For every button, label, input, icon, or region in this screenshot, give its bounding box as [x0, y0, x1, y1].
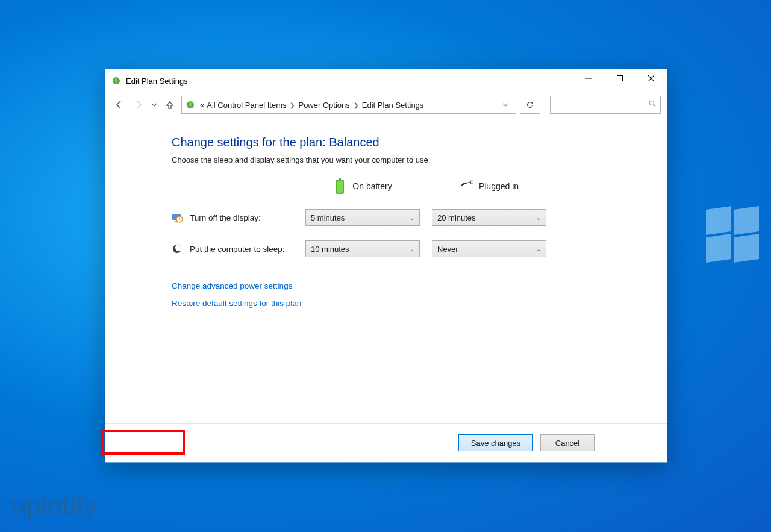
display-timer-icon: [172, 212, 183, 223]
display-battery-value: 5 minutes: [311, 213, 345, 222]
chevron-down-icon: ⌄: [410, 214, 414, 221]
svg-rect-15: [470, 183, 473, 184]
display-plugged-value: 20 minutes: [437, 213, 476, 222]
sleep-plugged-value: Never: [437, 245, 458, 254]
sleep-plugged-select[interactable]: Never ⌄: [432, 240, 546, 257]
chevron-down-icon: ⌄: [536, 246, 541, 252]
power-plan-icon: [186, 100, 195, 110]
breadcrumb-prefix: «: [200, 101, 204, 110]
svg-rect-4: [617, 76, 623, 81]
svg-rect-13: [337, 181, 343, 193]
search-icon: [649, 99, 657, 110]
display-plugged-select[interactable]: 20 minutes ⌄: [432, 209, 546, 226]
chevron-down-icon: ⌄: [410, 246, 414, 252]
window-title: Edit Plan Settings: [126, 77, 573, 86]
breadcrumb-item-edit-plan[interactable]: Edit Plan Settings: [362, 101, 424, 110]
recent-locations-button[interactable]: [150, 97, 158, 113]
svg-line-10: [654, 105, 655, 107]
button-row: Save changes Cancel: [105, 424, 667, 462]
link-restore-defaults[interactable]: Restore default settings for this plan: [172, 299, 667, 308]
breadcrumb-item-control-panel[interactable]: All Control Panel Items: [207, 101, 286, 110]
svg-rect-11: [339, 178, 341, 180]
chevron-right-icon[interactable]: ❯: [290, 102, 295, 108]
maximize-button[interactable]: [604, 69, 635, 87]
breadcrumb-item-power-options[interactable]: Power Options: [298, 101, 349, 110]
chevron-down-icon: ⌄: [536, 214, 541, 221]
address-bar[interactable]: « All Control Panel Items ❯ Power Option…: [181, 96, 516, 114]
svg-point-9: [649, 101, 654, 105]
battery-icon: [333, 178, 346, 195]
back-button[interactable]: [111, 97, 127, 113]
column-header-plugged: Plugged in: [479, 181, 519, 191]
refresh-button[interactable]: [520, 96, 540, 114]
page-heading: Change settings for the plan: Balanced: [172, 136, 667, 149]
navigation-toolbar: « All Control Panel Items ❯ Power Option…: [105, 92, 667, 117]
svg-rect-8: [189, 102, 192, 107]
search-input[interactable]: [550, 96, 661, 114]
page-subtitle: Choose the sleep and display settings th…: [172, 155, 667, 164]
row-label-sleep: Put the computer to sleep:: [190, 245, 285, 254]
minimize-button[interactable]: [573, 69, 604, 87]
edit-plan-settings-window: Edit Plan Settings: [105, 69, 667, 463]
content-area: Change settings for the plan: Balanced C…: [105, 117, 667, 411]
save-button-highlight: [101, 430, 185, 455]
display-battery-select[interactable]: 5 minutes ⌄: [305, 209, 420, 226]
forward-button[interactable]: [131, 97, 146, 113]
up-button[interactable]: [162, 97, 178, 113]
chevron-right-icon[interactable]: ❯: [354, 102, 358, 108]
svg-rect-14: [470, 181, 473, 182]
close-button[interactable]: [635, 69, 667, 87]
svg-rect-2: [116, 77, 117, 78]
plug-icon: [460, 178, 473, 195]
cancel-button[interactable]: Cancel: [540, 434, 595, 451]
column-header-battery: On battery: [352, 181, 392, 191]
sleep-moon-icon: [172, 243, 183, 254]
row-label-display: Turn off the display:: [190, 213, 261, 222]
sleep-battery-value: 10 minutes: [311, 245, 349, 254]
svg-rect-1: [115, 78, 117, 83]
windows-logo-icon: [706, 208, 760, 262]
sleep-battery-select[interactable]: 10 minutes ⌄: [305, 240, 420, 257]
address-dropdown-button[interactable]: [498, 96, 512, 114]
watermark-text: uplotify: [11, 491, 98, 520]
link-advanced-settings[interactable]: Change advanced power settings: [172, 281, 667, 290]
power-options-icon: [111, 76, 121, 86]
titlebar[interactable]: Edit Plan Settings: [105, 69, 667, 92]
save-changes-button[interactable]: Save changes: [458, 434, 533, 451]
